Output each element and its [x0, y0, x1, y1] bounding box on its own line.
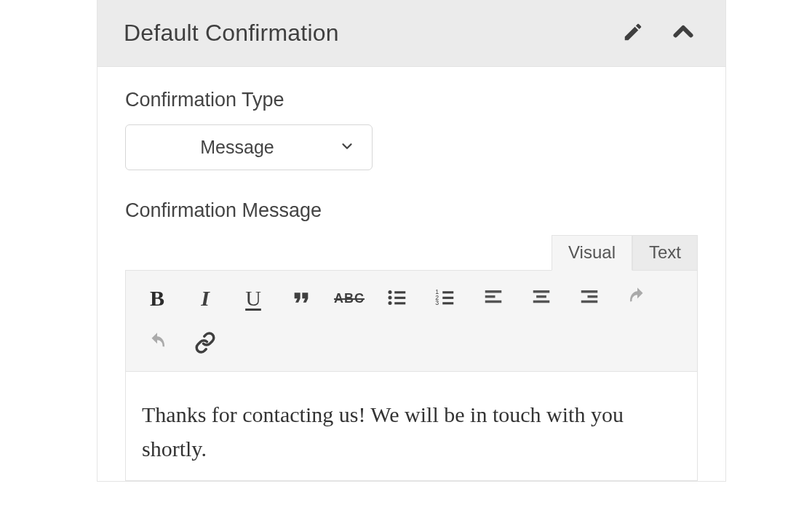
- svg-rect-18: [581, 290, 598, 293]
- svg-rect-15: [533, 290, 550, 293]
- blockquote-button[interactable]: [277, 281, 325, 316]
- underline-button[interactable]: U: [229, 281, 277, 316]
- svg-rect-9: [442, 291, 453, 293]
- align-left-icon: [482, 287, 504, 311]
- svg-rect-12: [485, 290, 502, 293]
- tab-text[interactable]: Text: [632, 235, 698, 270]
- confirmation-type-label: Confirmation Type: [125, 89, 698, 111]
- strikethrough-button[interactable]: ABC: [325, 281, 373, 316]
- editor-toolbar: B I U ABC 123: [125, 270, 698, 372]
- svg-rect-14: [485, 300, 502, 303]
- panel-actions: [619, 16, 699, 50]
- confirmation-message-label: Confirmation Message: [125, 199, 698, 222]
- tab-visual[interactable]: Visual: [552, 235, 632, 271]
- panel-body: Confirmation Type Message Confirmation M…: [97, 67, 725, 481]
- redo-button[interactable]: [133, 326, 181, 361]
- align-center-icon: [530, 287, 552, 311]
- link-button[interactable]: [181, 326, 229, 361]
- pencil-icon: [622, 34, 644, 45]
- align-center-button[interactable]: [517, 281, 565, 316]
- svg-rect-13: [485, 295, 495, 298]
- svg-text:3: 3: [435, 299, 439, 306]
- svg-rect-5: [394, 302, 405, 304]
- edit-button[interactable]: [619, 18, 647, 48]
- svg-rect-11: [442, 302, 453, 304]
- quote-icon: [290, 286, 313, 311]
- numbered-list-button[interactable]: 123: [421, 281, 469, 316]
- collapse-button[interactable]: [667, 16, 699, 50]
- undo-button[interactable]: [613, 281, 661, 316]
- svg-rect-17: [533, 300, 550, 303]
- confirmation-type-select[interactable]: Message: [125, 124, 373, 170]
- svg-rect-19: [588, 295, 598, 298]
- align-left-button[interactable]: [469, 281, 517, 316]
- svg-rect-4: [394, 296, 405, 298]
- svg-point-2: [389, 301, 392, 305]
- bullet-list-icon: [386, 287, 408, 311]
- align-right-icon: [578, 287, 600, 311]
- align-right-button[interactable]: [565, 281, 613, 316]
- link-icon: [194, 332, 216, 356]
- svg-rect-10: [442, 296, 453, 298]
- svg-point-0: [389, 290, 392, 294]
- confirmation-panel: Default Confirmation Confirmation Type M…: [97, 0, 726, 482]
- bullet-list-button[interactable]: [373, 281, 421, 316]
- chevron-up-icon: [670, 36, 696, 47]
- editor-content[interactable]: Thanks for contacting us! We will be in …: [125, 372, 698, 481]
- panel-header: Default Confirmation: [97, 0, 725, 67]
- undo-icon: [626, 287, 648, 311]
- svg-rect-16: [536, 295, 546, 298]
- confirmation-type-select-wrap: Message: [125, 124, 373, 170]
- panel-title: Default Confirmation: [124, 20, 339, 47]
- numbered-list-icon: 123: [434, 287, 456, 311]
- svg-point-1: [389, 295, 392, 299]
- redo-icon: [146, 332, 168, 356]
- bold-button[interactable]: B: [133, 281, 181, 316]
- svg-rect-20: [581, 300, 598, 303]
- svg-rect-3: [394, 291, 405, 293]
- italic-button[interactable]: I: [181, 281, 229, 316]
- editor-tabs: Visual Text: [125, 235, 698, 270]
- message-editor: Visual Text B I U ABC: [125, 235, 698, 481]
